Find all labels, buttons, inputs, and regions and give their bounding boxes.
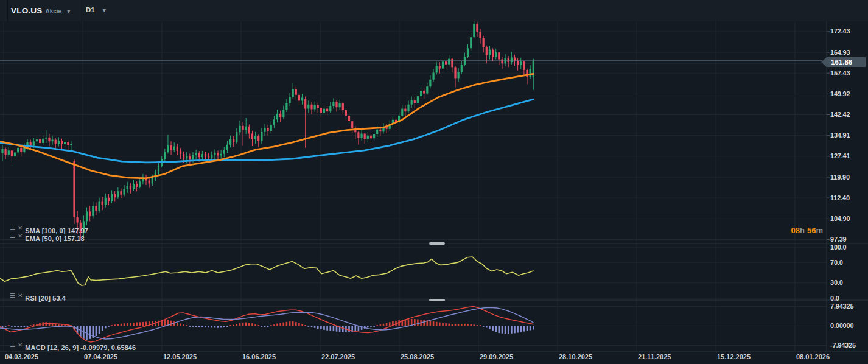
toolbar-divider <box>7 0 8 21</box>
instrument-market: Akcie <box>45 8 61 15</box>
price-axis-label: 119.90 <box>830 173 850 181</box>
time-axis-label: 16.06.2025 <box>242 353 276 360</box>
time-axis-label: 22.07.2025 <box>321 353 355 360</box>
price-axis-label: 149.92 <box>830 90 850 97</box>
legend-ema-label: EMA [50, 0] 157.18 <box>25 235 84 242</box>
rsi-axis-label: 100.0 <box>830 243 847 251</box>
indicator-remove-icon[interactable]: ✕ <box>18 233 23 239</box>
rsi-axis-label: 0.0 <box>830 295 839 302</box>
chart-canvas[interactable] <box>0 0 868 364</box>
indicator-settings-icon[interactable]: ☰ <box>10 341 15 348</box>
macd-axis-label: -7.94325 <box>830 341 856 349</box>
chevron-down-icon: ▾ <box>67 8 70 15</box>
legend-ema: ☰✕EMA [50, 0] 157.18 <box>10 233 85 241</box>
time-axis-label: 15.12.2025 <box>717 353 751 360</box>
current-price-value: 161.86 <box>831 58 852 66</box>
indicator-remove-icon[interactable]: ✕ <box>18 225 23 231</box>
time-axis-label: 04.03.2025 <box>5 353 38 360</box>
macd-axis-label: 7.94325 <box>830 303 853 310</box>
indicator-settings-icon[interactable]: ☰ <box>10 292 15 299</box>
candle-countdown: 08h56m <box>779 226 825 235</box>
legend-macd: ☰✕MACD [12, 26, 9] -0.09979, 0.65846 <box>10 341 136 350</box>
macd-panel-resize-handle[interactable] <box>429 299 445 301</box>
toolbar-divider <box>82 0 82 21</box>
instrument-symbol: VLO.US <box>11 6 42 15</box>
price-axis-label: 112.40 <box>830 194 850 201</box>
timeframe-label: D1 <box>86 6 95 13</box>
price-axis-label: 142.42 <box>830 111 850 118</box>
price-axis-label: 127.41 <box>830 152 850 159</box>
indicator-settings-icon[interactable]: ☰ <box>10 225 15 231</box>
chevron-down-icon: ▾ <box>103 7 106 13</box>
timeframe-selector[interactable]: D1▾ <box>86 6 106 13</box>
time-axis-label: 07.04.2025 <box>84 353 117 360</box>
price-axis-label: 157.43 <box>830 69 850 77</box>
price-axis-label: 104.90 <box>830 215 850 222</box>
indicator-remove-icon[interactable]: ✕ <box>18 341 23 348</box>
chart-window: VLO.USAkcie▾ D1▾ ☰✕SMA [100, 0] 147.97 ☰… <box>0 0 868 364</box>
time-axis-label: 12.05.2025 <box>163 353 197 360</box>
rsi-axis-label: 70.0 <box>830 259 843 266</box>
time-axis-label: 28.10.2025 <box>559 353 592 360</box>
legend-macd-label: MACD [12, 26, 9] -0.09979, 0.65846 <box>25 344 136 351</box>
macd-axis-label: 0.00000 <box>830 322 853 329</box>
price-axis-label: 97.39 <box>830 236 847 243</box>
current-price-badge: 161.86 <box>827 57 866 67</box>
rsi-panel-resize-handle[interactable] <box>429 242 445 245</box>
toolbar: VLO.USAkcie▾ D1▾ <box>0 0 868 21</box>
legend-rsi: ☰✕RSI [20] 53.4 <box>10 292 66 301</box>
time-axis-label: 25.08.2025 <box>401 353 434 360</box>
time-axis-label: 29.09.2025 <box>480 353 513 360</box>
price-axis-label: 134.91 <box>830 131 850 139</box>
rsi-axis-label: 30.0 <box>830 279 843 286</box>
price-axis-label: 172.43 <box>830 27 850 35</box>
price-axis-label: 164.93 <box>830 49 850 56</box>
instrument-selector[interactable]: VLO.USAkcie▾ <box>11 5 70 16</box>
legend-rsi-label: RSI [20] 53.4 <box>25 295 66 302</box>
indicator-remove-icon[interactable]: ✕ <box>18 292 23 299</box>
legend-sma: ☰✕SMA [100, 0] 147.97 <box>10 225 88 233</box>
time-axis-label: 21.11.2025 <box>638 353 671 360</box>
indicator-settings-icon[interactable]: ☰ <box>10 233 15 239</box>
time-axis-label: 08.01.2026 <box>796 353 830 360</box>
